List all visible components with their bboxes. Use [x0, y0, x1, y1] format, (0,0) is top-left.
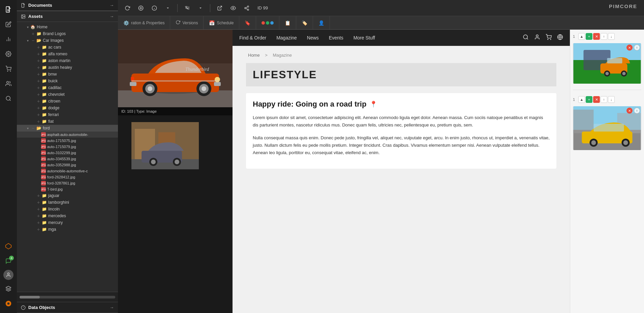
tree-item-aston-martin[interactable]: + 📁 aston martin: [17, 57, 118, 64]
row2-up-btn[interactable]: ↑: [601, 96, 607, 103]
info-button[interactable]: [149, 3, 160, 13]
tree-item-auto-1715079[interactable]: JPG auto-1715079.jpg: [17, 144, 118, 150]
nav-find-order[interactable]: Find & Order: [239, 35, 266, 40]
account-nav-icon[interactable]: [534, 34, 540, 42]
add-jaguar[interactable]: +: [36, 193, 41, 198]
tree-item-auto-3345539[interactable]: JPG auto-3345539.jpg: [17, 156, 118, 162]
add-bmw[interactable]: +: [36, 72, 41, 77]
row2-remove-btn[interactable]: ✕: [593, 96, 600, 103]
info-dropdown-button[interactable]: [162, 3, 173, 13]
thumb2-remove-btn[interactable]: ✕: [626, 108, 633, 114]
add-aston-martin[interactable]: +: [36, 58, 41, 63]
tab-config[interactable]: ⚙️ ration & Properties: [118, 16, 170, 30]
sidebar-icon-edit[interactable]: [2, 18, 14, 30]
add-ac-cars[interactable]: +: [36, 45, 41, 50]
row2-add-btn[interactable]: +: [586, 96, 592, 103]
sidebar-icon-chat[interactable]: 4: [2, 255, 14, 267]
breadcrumb-home[interactable]: Home: [248, 53, 260, 58]
tree-item-dodge[interactable]: + 📁 dodge: [17, 105, 118, 111]
tree-item-fiat[interactable]: + 📁 fiat: [17, 118, 118, 125]
row1-up-arrow[interactable]: ▲: [578, 33, 585, 40]
row1-remove-btn[interactable]: ✕: [593, 33, 600, 40]
sidebar-icon-user-avatar[interactable]: [3, 270, 13, 280]
thumb2-upload-btn[interactable]: ↑: [634, 108, 640, 114]
target-button[interactable]: [135, 3, 146, 13]
tree-item-mercury[interactable]: + 📁 mercury: [17, 219, 118, 226]
cart-nav-icon[interactable]: [546, 34, 552, 42]
tree-item-alfa-romeo[interactable]: + 📁 alfa romeo: [17, 51, 118, 57]
add-citroen[interactable]: +: [36, 98, 41, 104]
tree-item-tbird[interactable]: JPG T-bird.jpg: [17, 186, 118, 192]
tab-tag[interactable]: 🏷️: [296, 16, 313, 30]
tree-item-cadillac[interactable]: + 📁 cadillac: [17, 84, 118, 91]
nav-more-stuff[interactable]: More Stuff: [354, 35, 375, 40]
sidebar-icon-search[interactable]: [2, 92, 14, 105]
sidebar-icon-documents[interactable]: [2, 3, 14, 16]
row1-up-btn[interactable]: ↑: [601, 33, 607, 40]
nav-events[interactable]: Events: [329, 35, 343, 40]
share-button[interactable]: [241, 3, 252, 13]
row1-add-btn[interactable]: +: [586, 33, 592, 40]
tree-item-ford-3287861[interactable]: JPG ford-3287861.jpg: [17, 180, 118, 186]
add-ford[interactable]: −: [30, 125, 36, 131]
add-mercedes[interactable]: +: [36, 213, 41, 219]
tree-item-chevrolet[interactable]: + 📁 chevrolet: [17, 91, 118, 98]
tree-item-mga[interactable]: + 📁 mga: [17, 226, 118, 233]
row2-up-arrow[interactable]: ▲: [578, 96, 585, 103]
add-austin-healey[interactable]: +: [36, 65, 41, 70]
sidebar-icon-analytics[interactable]: [2, 33, 14, 45]
add-cadillac[interactable]: +: [36, 85, 41, 90]
add-lamborghini[interactable]: +: [36, 200, 41, 205]
tree-item-auto-1715075[interactable]: JPG auto-1715075.jpg: [17, 138, 118, 144]
globe-nav-icon[interactable]: [557, 34, 563, 42]
sidebar-icon-shop[interactable]: [2, 63, 14, 75]
tree-item-brand-logos[interactable]: + 📁 Brand Logos: [17, 30, 118, 37]
add-car-images[interactable]: −: [30, 38, 36, 43]
nav-news[interactable]: News: [307, 35, 319, 40]
tree-item-buick[interactable]: + 📁 buick: [17, 78, 118, 84]
tab-bookmark[interactable]: 🔖: [239, 16, 256, 30]
tree-item-ferrari[interactable]: + 📁 ferrari: [17, 111, 118, 118]
add-chevrolet[interactable]: +: [36, 92, 41, 97]
tree-item-ac-cars[interactable]: + 📁 ac cars: [17, 44, 118, 51]
tree-item-automobile[interactable]: JPG automobile-automotive-c: [17, 168, 118, 174]
tree-item-asphalt[interactable]: JPG asphalt-auto-automobile-: [17, 132, 118, 138]
tree-item-ford-2628412[interactable]: JPG ford-2628412.jpg: [17, 174, 118, 180]
add-fiat[interactable]: +: [36, 119, 41, 124]
external-link-button[interactable]: [214, 3, 225, 13]
search-nav-icon[interactable]: [523, 34, 529, 42]
tree-item-mercedes[interactable]: + 📁 mercedes: [17, 212, 118, 219]
add-dodge[interactable]: +: [36, 105, 41, 111]
tab-clipboard[interactable]: 📋: [279, 16, 296, 30]
horizontal-scrollbar[interactable]: [20, 296, 115, 298]
tree-item-car-images[interactable]: ▾ − 📂 Car Images: [17, 37, 118, 44]
tree-item-auto-3102299[interactable]: JPG auto-3102299.jpg: [17, 150, 118, 156]
sidebar-icon-users[interactable]: [2, 78, 14, 90]
scrollbar-thumb[interactable]: [20, 296, 40, 298]
sidebar-icon-settings[interactable]: [2, 48, 14, 60]
eye-button[interactable]: [228, 3, 239, 13]
documents-arrow[interactable]: →: [110, 3, 114, 8]
nav-magazine[interactable]: Magazine: [276, 35, 297, 40]
tree-item-jaguar[interactable]: + 📁 jaguar: [17, 192, 118, 199]
row1-down-btn[interactable]: ↓: [608, 33, 615, 40]
add-buick[interactable]: +: [36, 78, 41, 84]
tree-item-auto-3352988[interactable]: JPG auto-3352988.jpg: [17, 162, 118, 168]
tree-item-lincoln[interactable]: + 📁 lincoln: [17, 206, 118, 212]
add-lincoln[interactable]: +: [36, 206, 41, 212]
add-brand-logos[interactable]: +: [30, 31, 36, 36]
add-mga[interactable]: +: [36, 227, 41, 232]
tree-item-bmw[interactable]: + 📁 bmw: [17, 71, 118, 78]
tree-item-lamborghini[interactable]: + 📁 lamborghini: [17, 199, 118, 206]
tree-item-citroen[interactable]: + 📁 citroen: [17, 98, 118, 105]
assets-arrow[interactable]: →: [110, 14, 114, 19]
tree-item-austin-healey[interactable]: + 📁 austin healey: [17, 64, 118, 71]
thumb1-remove-btn[interactable]: ✕: [626, 45, 633, 51]
tab-versions[interactable]: Versions: [170, 16, 204, 30]
tab-user[interactable]: 👤: [313, 16, 330, 30]
tree-item-ford[interactable]: ▾ − 📂 ford: [17, 125, 118, 132]
add-ferrari[interactable]: +: [36, 112, 41, 117]
sidebar-icon-layers[interactable]: [2, 283, 14, 295]
sidebar-icon-pimcore[interactable]: [2, 240, 14, 252]
thumb1-upload-btn[interactable]: ↑: [634, 45, 640, 51]
